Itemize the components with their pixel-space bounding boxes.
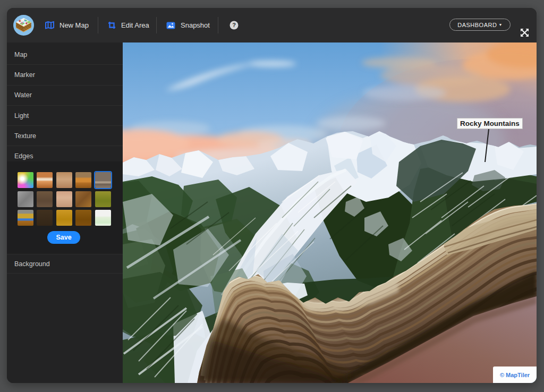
svg-text:?: ? (232, 22, 236, 28)
